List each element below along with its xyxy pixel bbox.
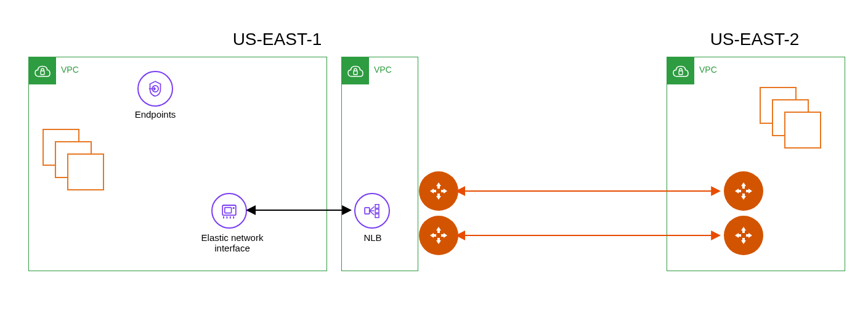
vpc-badge-icon bbox=[667, 57, 694, 84]
svg-rect-17 bbox=[679, 71, 683, 75]
svg-point-8 bbox=[233, 207, 235, 209]
svg-rect-9 bbox=[354, 71, 357, 75]
vpc-box-1: VPC Endpoints Elastic bbox=[28, 57, 327, 271]
vpc-box-2: VPC NLB bbox=[341, 57, 418, 271]
vpc-label-2: VPC bbox=[374, 65, 392, 75]
svg-line-13 bbox=[370, 211, 375, 215]
svg-rect-0 bbox=[41, 71, 44, 75]
router-icon-right-bot bbox=[724, 216, 763, 255]
svg-rect-16 bbox=[375, 214, 379, 218]
svg-line-11 bbox=[370, 206, 375, 211]
svg-rect-14 bbox=[375, 205, 379, 208]
eni-icon bbox=[211, 193, 247, 229]
endpoints-label: Endpoints bbox=[128, 109, 183, 120]
router-icon-right-top bbox=[724, 171, 763, 211]
svg-rect-10 bbox=[365, 208, 370, 214]
vpc-label-1: VPC bbox=[61, 65, 79, 75]
nlb-label: NLB bbox=[360, 232, 385, 243]
diagram-canvas: US-EAST-1 US-EAST-2 VPC Endpoints bbox=[0, 0, 868, 310]
router-icon-left-bot bbox=[419, 216, 458, 255]
region-title-right: US-EAST-2 bbox=[693, 30, 816, 49]
region-title-left: US-EAST-1 bbox=[216, 30, 339, 49]
nlb-icon bbox=[354, 193, 390, 229]
stack-bot bbox=[67, 153, 104, 190]
svg-rect-3 bbox=[225, 208, 232, 213]
vpc-badge-icon bbox=[342, 57, 369, 84]
svg-rect-15 bbox=[375, 209, 379, 213]
stack-right-bot bbox=[784, 112, 821, 149]
eni-label: Elastic network interface bbox=[195, 232, 269, 253]
vpc-label-3: VPC bbox=[699, 65, 717, 75]
endpoints-icon bbox=[137, 71, 173, 107]
router-icon-left-top bbox=[419, 171, 458, 211]
vpc-badge-icon bbox=[29, 57, 56, 84]
